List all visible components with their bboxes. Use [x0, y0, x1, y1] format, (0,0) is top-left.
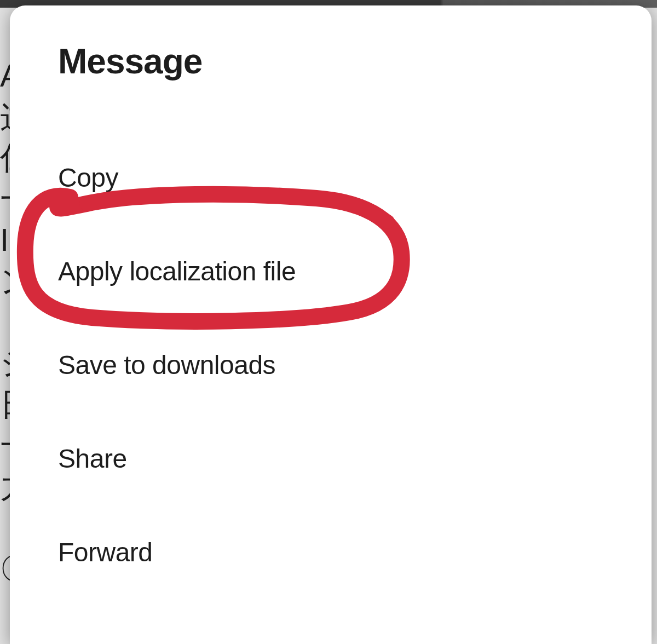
menu-item-copy[interactable]: Copy: [10, 131, 652, 225]
menu-item-forward[interactable]: Forward: [10, 505, 652, 599]
dialog-title: Message: [10, 41, 652, 82]
message-context-dialog: Message Copy Apply localization file Sav…: [10, 5, 652, 644]
menu-item-save-to-downloads[interactable]: Save to downloads: [10, 318, 652, 412]
menu-item-share[interactable]: Share: [10, 412, 652, 505]
menu-item-apply-localization-file[interactable]: Apply localization file: [10, 225, 652, 318]
menu-list: Copy Apply localization file Save to dow…: [10, 131, 652, 599]
